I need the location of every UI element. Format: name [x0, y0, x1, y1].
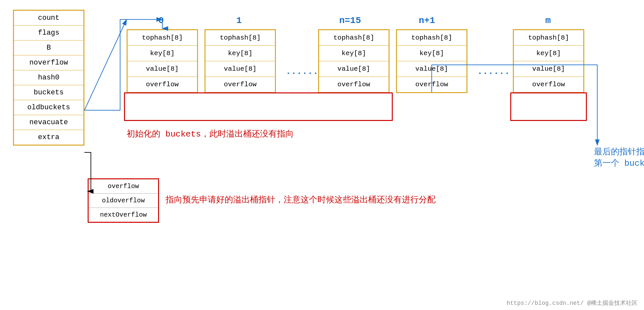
bucket-0: tophash[8] key[8] value[8] overflow [127, 29, 198, 93]
struct-field-count: count [14, 11, 83, 26]
bucket-n15-value: value[8] [319, 61, 389, 77]
struct-field-oldbuckets: oldbuckets [14, 100, 83, 115]
annotation-init-buckets: 初始化的 buckets，此时溢出桶还没有指向 [127, 128, 294, 139]
overflow-red-group-2 [510, 92, 587, 121]
watermark: https://blog.csdn.net/ @稀土掘金技术社区 [507, 299, 638, 307]
bucket-n1-overflow: overflow [397, 77, 466, 92]
bucket-n15-tophash: tophash[8] [319, 30, 389, 46]
dots-2: ...... [477, 66, 510, 77]
bucket-1-overflow: overflow [205, 77, 275, 92]
overflow-red-group-1 [124, 92, 393, 121]
bucket-n15: tophash[8] key[8] value[8] overflow [318, 29, 390, 93]
label-0: 0 [158, 16, 164, 26]
label-n1: n+1 [419, 16, 435, 26]
annotation-last-pointer: 最后的指针指向第一个 bucket [594, 146, 644, 169]
bucket-n1-key: key[8] [397, 46, 466, 61]
bucket-n15-overflow: overflow [319, 77, 389, 92]
extra-field-nextoverflow: nextOverflow [89, 208, 158, 222]
struct-field-noverflow: noverflow [14, 55, 83, 70]
bucket-n1: tophash[8] key[8] value[8] overflow [396, 29, 467, 93]
bucket-1-tophash: tophash[8] [205, 30, 275, 46]
bucket-m-value: value[8] [514, 61, 583, 77]
bucket-m-tophash: tophash[8] [514, 30, 583, 46]
label-m: m [545, 16, 551, 26]
struct-field-flags: flags [14, 26, 83, 41]
bucket-n1-value: value[8] [397, 61, 466, 77]
dots-1: ...... [286, 66, 318, 77]
extra-field-overflow: overflow [89, 179, 158, 194]
annotation-extra-pointer: 指向预先申请好的溢出桶指针，注意这个时候这些溢出桶还没有进行分配 [166, 194, 436, 205]
svg-line-3 [84, 19, 127, 110]
bucket-m: tophash[8] key[8] value[8] overflow [513, 29, 584, 93]
diagram-container: count flags B noverflow hash0 buckets ol… [0, 0, 644, 310]
bucket-1-key: key[8] [205, 46, 275, 61]
bucket-n1-tophash: tophash[8] [397, 30, 466, 46]
label-n15: n=15 [339, 16, 361, 26]
bucket-1: tophash[8] key[8] value[8] overflow [204, 29, 276, 93]
bucket-n15-key: key[8] [319, 46, 389, 61]
bucket-0-tophash: tophash[8] [128, 30, 197, 46]
bucket-m-overflow: overflow [514, 77, 583, 92]
bucket-0-key: key[8] [128, 46, 197, 61]
extra-struct-box: overflow oldoverflow nextOverflow [88, 178, 159, 223]
bucket-0-value: value[8] [128, 61, 197, 77]
bucket-m-key: key[8] [514, 46, 583, 61]
bucket-1-value: value[8] [205, 61, 275, 77]
struct-field-buckets: buckets [14, 85, 83, 100]
left-struct-box: count flags B noverflow hash0 buckets ol… [13, 10, 84, 146]
struct-field-nevacuate: nevacuate [14, 115, 83, 130]
bucket-0-overflow: overflow [128, 77, 197, 92]
struct-field-hash0: hash0 [14, 70, 83, 85]
extra-field-oldoverflow: oldoverflow [89, 194, 158, 208]
struct-field-extra: extra [14, 130, 83, 145]
label-1: 1 [236, 16, 242, 26]
struct-field-b: B [14, 41, 83, 55]
